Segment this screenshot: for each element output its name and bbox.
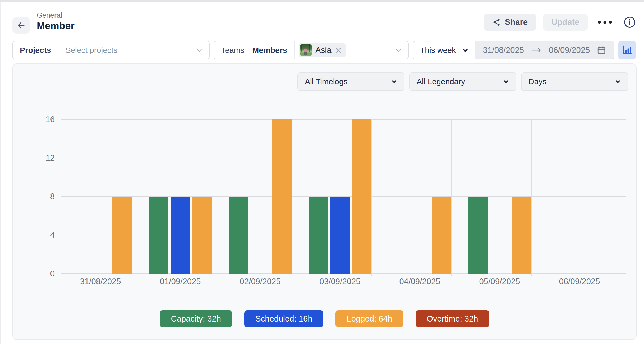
chart-category-group bbox=[300, 119, 380, 274]
bar-logged[interactable] bbox=[112, 197, 132, 274]
back-button[interactable] bbox=[12, 17, 30, 34]
bar-slot bbox=[548, 119, 568, 274]
tab-teams[interactable]: Teams bbox=[214, 46, 244, 55]
bar-slot bbox=[272, 119, 292, 274]
chart-view-button[interactable] bbox=[618, 41, 636, 59]
bar-logged[interactable] bbox=[192, 197, 212, 274]
chart-legend: Capacity: 32hScheduled: 16hLogged: 64hOv… bbox=[13, 310, 636, 327]
x-axis-tick-label: 31/08/2025 bbox=[61, 277, 140, 286]
window-top-edge bbox=[0, 0, 644, 2]
bar-slot bbox=[91, 119, 110, 274]
bar-slot bbox=[388, 119, 408, 274]
legend-pill-overtime[interactable]: Overtime: 32h bbox=[416, 310, 489, 327]
chevron-down-icon bbox=[195, 46, 203, 54]
member-avatar bbox=[300, 44, 312, 56]
y-axis-tick-label: 4 bbox=[50, 230, 55, 240]
more-options-button[interactable] bbox=[597, 20, 613, 24]
timelogs-dropdown-value: All Timelogs bbox=[305, 77, 348, 86]
share-nodes-icon bbox=[492, 18, 501, 26]
update-button[interactable]: Update bbox=[543, 14, 588, 31]
info-button[interactable] bbox=[624, 16, 636, 28]
date-from[interactable]: 31/08/2025 bbox=[483, 45, 524, 55]
legendary-dropdown[interactable]: All Legendary bbox=[409, 72, 516, 91]
timelogs-dropdown[interactable]: All Timelogs bbox=[297, 72, 404, 91]
bar-slot bbox=[149, 119, 168, 274]
members-filter: Teams Members Asia bbox=[214, 41, 409, 59]
chevron-down-icon bbox=[391, 78, 398, 85]
bar-slot bbox=[410, 119, 430, 274]
granularity-dropdown-value: Days bbox=[528, 77, 546, 86]
date-range-filter: This week 31/08/2025 06/09/2025 bbox=[413, 41, 614, 59]
group-separator-line bbox=[451, 119, 452, 276]
legend-pill-capacity[interactable]: Capacity: 32h bbox=[160, 310, 232, 327]
projects-filter[interactable]: Projects Select projects bbox=[12, 41, 210, 59]
bar-logged[interactable] bbox=[352, 119, 371, 274]
group-separator-line bbox=[132, 119, 132, 276]
bar-slot bbox=[330, 119, 350, 274]
chevron-down-icon bbox=[614, 78, 621, 85]
date-to[interactable]: 06/09/2025 bbox=[549, 45, 590, 55]
chevron-down-icon bbox=[394, 46, 402, 54]
chevron-down-icon[interactable] bbox=[462, 47, 469, 54]
bar-logged[interactable] bbox=[512, 197, 531, 274]
chart-category-group bbox=[220, 119, 300, 274]
chart-category-group bbox=[460, 119, 540, 274]
bar-slot bbox=[229, 119, 248, 274]
window-left-edge bbox=[0, 2, 1, 344]
member-chip[interactable]: Asia bbox=[299, 43, 346, 57]
x-axis-tick-label: 06/09/2025 bbox=[540, 277, 619, 286]
update-button-label: Update bbox=[551, 17, 579, 27]
share-button[interactable]: Share bbox=[484, 14, 536, 31]
y-axis-tick-label: 16 bbox=[46, 115, 55, 124]
group-separator-line bbox=[292, 119, 292, 276]
x-axis-tick-label: 03/09/2025 bbox=[300, 277, 380, 286]
projects-select-placeholder[interactable]: Select projects bbox=[58, 46, 195, 55]
bar-capacity[interactable] bbox=[309, 197, 328, 274]
period-select[interactable]: This week bbox=[413, 46, 462, 55]
calendar-icon bbox=[597, 45, 606, 55]
arrow-right-icon bbox=[531, 47, 542, 53]
chart-category-group bbox=[140, 119, 220, 274]
x-axis-tick-label: 01/09/2025 bbox=[140, 277, 220, 286]
y-axis-tick-label: 8 bbox=[50, 192, 55, 201]
group-separator-line bbox=[531, 119, 532, 276]
bar-scheduled[interactable] bbox=[330, 197, 350, 274]
legendary-dropdown-value: All Legendary bbox=[417, 77, 465, 86]
chart-category-group bbox=[61, 119, 140, 274]
bar-slot bbox=[352, 119, 371, 274]
bar-slot bbox=[250, 119, 270, 274]
bar-capacity[interactable] bbox=[229, 197, 248, 274]
bar-capacity[interactable] bbox=[468, 197, 488, 274]
legend-pill-scheduled[interactable]: Scheduled: 16h bbox=[244, 310, 323, 327]
member-chip-label: Asia bbox=[315, 45, 331, 55]
legend-pill-logged[interactable]: Logged: 64h bbox=[335, 310, 403, 327]
plot-area: 0481216 bbox=[61, 119, 626, 274]
date-range-picker[interactable]: 31/08/2025 06/09/2025 bbox=[475, 41, 614, 59]
bar-capacity[interactable] bbox=[149, 197, 168, 274]
bar-slot bbox=[69, 119, 89, 274]
breadcrumb: General bbox=[37, 11, 75, 20]
chart-category-group bbox=[380, 119, 460, 274]
bar-logged[interactable] bbox=[432, 197, 451, 274]
bar-chart-icon bbox=[622, 45, 633, 56]
tab-members[interactable]: Members bbox=[244, 46, 287, 55]
bar-slot bbox=[591, 119, 611, 274]
y-axis-tick-label: 0 bbox=[50, 269, 55, 278]
bar-groups bbox=[61, 119, 619, 274]
chart-toolbar: All Timelogs All Legendary Days bbox=[297, 72, 628, 91]
page-title: Member bbox=[37, 20, 75, 32]
granularity-dropdown[interactable]: Days bbox=[521, 72, 628, 91]
bar-slot bbox=[570, 119, 589, 274]
x-icon[interactable] bbox=[335, 47, 342, 54]
report-card: All Timelogs All Legendary Days 0481216 … bbox=[12, 63, 637, 340]
bar-slot bbox=[512, 119, 531, 274]
bar-scheduled[interactable] bbox=[171, 197, 190, 274]
projects-label: Projects bbox=[13, 46, 58, 55]
members-select-zone[interactable]: Asia bbox=[294, 41, 394, 59]
y-axis-tick-label: 12 bbox=[46, 153, 55, 163]
filter-bar: Projects Select projects Teams Members A… bbox=[12, 41, 636, 59]
bar-slot bbox=[112, 119, 132, 274]
info-circle-icon bbox=[624, 16, 636, 28]
chevron-down-icon bbox=[503, 78, 509, 85]
bar-logged[interactable] bbox=[272, 119, 292, 274]
